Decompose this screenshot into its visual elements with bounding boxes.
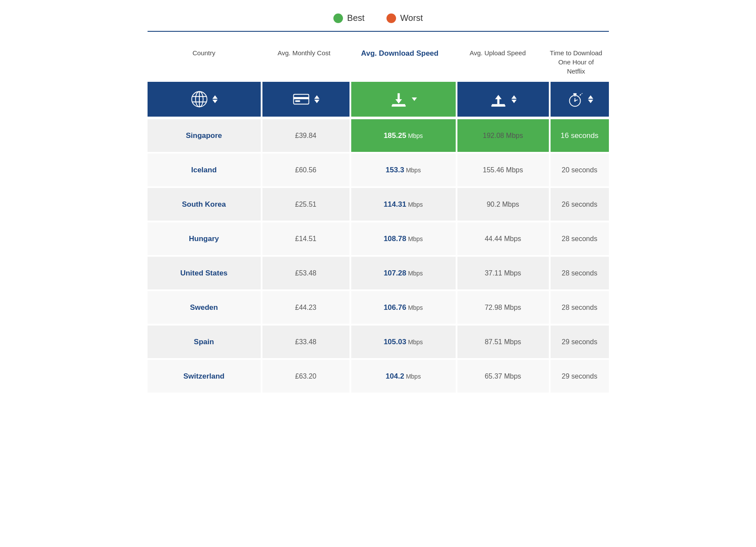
download-value: 104.2 <box>386 372 404 381</box>
svg-rect-17 <box>573 93 577 95</box>
upload-sort-button[interactable] <box>457 82 549 117</box>
arrow-up-icon <box>588 95 593 99</box>
time-sort-button[interactable] <box>551 82 609 117</box>
download-cell: 114.31 Mbps <box>351 188 456 221</box>
cost-cell: £63.20 <box>262 360 349 393</box>
country-name: Singapore <box>186 131 222 140</box>
download-cell: 153.3 Mbps <box>351 154 456 186</box>
download-cell: 104.2 Mbps <box>351 360 456 393</box>
table-row: South Korea £25.51 114.31 Mbps 90.2 Mbps… <box>148 188 609 221</box>
time-cell: 28 seconds <box>551 257 609 289</box>
country-name: United States <box>180 269 228 278</box>
cost-cell: £44.23 <box>262 291 349 324</box>
cost-cell: £25.51 <box>262 188 349 221</box>
download-unit: Mbps <box>408 201 423 208</box>
download-value: 106.76 <box>383 303 406 312</box>
download-value: 153.3 <box>386 166 404 175</box>
download-unit: Mbps <box>408 339 423 346</box>
cost-value: £39.84 <box>295 132 316 140</box>
download-cell: 105.03 Mbps <box>351 326 456 358</box>
table-row: Iceland £60.56 153.3 Mbps 155.46 Mbps 20… <box>148 154 609 186</box>
cost-cell: £14.51 <box>262 222 349 255</box>
country-cell: Spain <box>148 326 261 358</box>
time-cell: 16 seconds <box>551 119 609 152</box>
table-row: United States £53.48 107.28 Mbps 37.11 M… <box>148 257 609 289</box>
country-cell: Hungary <box>148 222 261 255</box>
upload-cell: 87.51 Mbps <box>457 326 549 358</box>
cost-cell: £33.48 <box>262 326 349 358</box>
download-cell: 107.28 Mbps <box>351 257 456 289</box>
svg-marker-14 <box>495 95 501 99</box>
table-row: Spain £33.48 105.03 Mbps 87.51 Mbps 29 s… <box>148 326 609 358</box>
download-cell: 185.25 Mbps <box>351 119 456 152</box>
svg-rect-11 <box>391 105 406 107</box>
arrow-down-icon <box>212 100 218 103</box>
time-value: 16 seconds <box>561 131 598 140</box>
svg-rect-15 <box>491 105 505 107</box>
country-sort-button[interactable] <box>148 82 261 117</box>
upload-cell: 72.98 Mbps <box>457 291 549 324</box>
download-unit: Mbps <box>406 167 421 174</box>
best-dot <box>333 13 343 23</box>
time-sort-arrows <box>588 95 593 103</box>
download-cell: 108.78 Mbps <box>351 222 456 255</box>
download-sort-arrows <box>412 97 417 101</box>
svg-line-23 <box>581 93 583 94</box>
country-cell: United States <box>148 257 261 289</box>
upload-cell: 65.37 Mbps <box>457 360 549 393</box>
country-name: Hungary <box>189 235 219 243</box>
upload-value: 72.98 Mbps <box>485 304 521 312</box>
cost-value: £60.56 <box>295 166 316 174</box>
time-cell: 29 seconds <box>551 326 609 358</box>
time-cell: 20 seconds <box>551 154 609 186</box>
country-name: South Korea <box>182 200 226 209</box>
arrow-down-icon <box>511 100 517 103</box>
time-value: 29 seconds <box>562 372 598 380</box>
upload-icon <box>490 91 507 108</box>
svg-marker-10 <box>395 99 402 104</box>
cost-sort-button[interactable] <box>262 82 349 117</box>
data-rows: Singapore £39.84 185.25 Mbps 192.08 Mbps… <box>148 119 609 393</box>
arrow-up-icon <box>511 95 517 99</box>
upload-value: 44.44 Mbps <box>485 235 521 243</box>
download-unit: Mbps <box>408 132 423 139</box>
country-name: Switzerland <box>183 372 224 381</box>
svg-point-21 <box>574 100 576 102</box>
time-cell: 29 seconds <box>551 360 609 393</box>
country-cell: Switzerland <box>148 360 261 393</box>
download-value: 108.78 <box>383 235 406 243</box>
download-icon <box>390 91 407 108</box>
upload-cell: 155.46 Mbps <box>457 154 549 186</box>
time-cell: 26 seconds <box>551 188 609 221</box>
download-unit: Mbps <box>408 235 423 242</box>
download-value: 105.03 <box>383 338 406 346</box>
time-cell: 28 seconds <box>551 222 609 255</box>
download-sort-button[interactable] <box>351 82 456 117</box>
upload-cell: 37.11 Mbps <box>457 257 549 289</box>
download-unit: Mbps <box>406 373 421 380</box>
arrow-up-icon <box>314 95 319 99</box>
arrow-up-icon <box>212 95 218 99</box>
col-header-download: Avg. Download Speed <box>348 44 452 82</box>
country-cell: Iceland <box>148 154 261 186</box>
download-unit: Mbps <box>408 304 423 311</box>
icon-row <box>148 82 609 117</box>
country-cell: South Korea <box>148 188 261 221</box>
col-header-time: Time to Download One Hour of Netflix <box>544 44 609 82</box>
upload-value: 90.2 Mbps <box>487 201 519 208</box>
cost-cell: £60.56 <box>262 154 349 186</box>
country-sort-arrows <box>212 95 218 103</box>
svg-rect-7 <box>295 101 300 102</box>
table-row: Hungary £14.51 108.78 Mbps 44.44 Mbps 28… <box>148 222 609 255</box>
legend: Best Worst <box>148 13 609 23</box>
download-cell: 106.76 Mbps <box>351 291 456 324</box>
time-value: 28 seconds <box>562 304 598 312</box>
cost-value: £25.51 <box>295 201 316 208</box>
svg-line-22 <box>580 94 581 96</box>
country-name: Iceland <box>191 166 217 175</box>
col-header-cost: Avg. Monthly Cost <box>261 44 348 82</box>
stopwatch-icon <box>566 91 584 108</box>
table-row: Sweden £44.23 106.76 Mbps 72.98 Mbps 28 … <box>148 291 609 324</box>
time-value: 29 seconds <box>562 338 598 346</box>
country-name: Sweden <box>190 303 218 312</box>
